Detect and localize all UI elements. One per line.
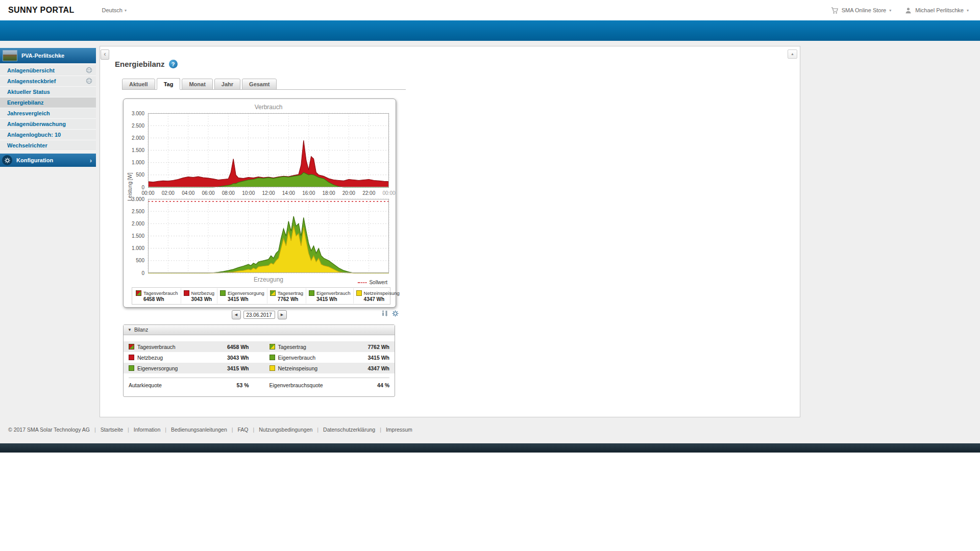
y-axis-label: Leistung [W]	[127, 172, 133, 201]
svg-text:22:00: 22:00	[362, 190, 375, 196]
sidebar-item-anlagenuebersicht[interactable]: Anlagenübersicht	[0, 65, 96, 76]
netzeinspeisung-swatch	[270, 365, 275, 371]
row-value: 3415 Wh	[368, 355, 389, 361]
tab-jahr[interactable]: Jahr	[214, 79, 240, 90]
tab-monat[interactable]: Monat	[182, 79, 212, 90]
legend-item-netzbezug: Netzbezug 3043 Wh	[181, 288, 217, 304]
svg-text:3.000: 3.000	[132, 196, 144, 202]
store-label: SMA Online Store	[842, 7, 886, 13]
svg-text:2.000: 2.000	[132, 221, 144, 227]
sidebar-item-energiebilanz[interactable]: Energiebilanz	[0, 97, 96, 108]
store-link[interactable]: SMA Online Store ▾	[831, 7, 891, 14]
eigenversorgung-swatch	[220, 290, 226, 296]
svg-text:500: 500	[136, 258, 144, 263]
page-title: Energiebilanz ?	[115, 60, 178, 68]
chevron-right-icon: ›	[90, 157, 92, 164]
date-input[interactable]	[243, 311, 275, 319]
footer-link-bedienungsanleitungen[interactable]: Bedienungsanleitungen	[171, 427, 227, 433]
energy-chart-panel: Verbrauch 05001.0001.5002.0002.5003.0000…	[123, 98, 396, 308]
legend-value: 4347 Wh	[364, 296, 400, 302]
legend-item-tagesverbrauch: Tagesverbrauch 6458 Wh	[133, 288, 181, 304]
bilanz-header[interactable]: ▼ Bilanz	[124, 325, 395, 335]
tagesverbrauch-swatch	[136, 290, 141, 296]
chart-export-icon[interactable]	[381, 310, 389, 317]
row-value: 53 %	[237, 382, 249, 388]
netzeinspeisung-swatch	[356, 290, 362, 296]
sidebar-item-aktueller-status[interactable]: Aktueller Status	[0, 87, 96, 97]
sidebar: PVA-Perlitschke Anlagenübersicht Anlagen…	[0, 48, 96, 167]
sidebar-item-label: Anlagenlogbuch: 10	[7, 132, 61, 138]
svg-text:20:00: 20:00	[342, 190, 355, 196]
sidebar-collapse-button[interactable]: ‹	[101, 49, 109, 60]
table-row: Netzbezug3043 Wh Eigenverbrauch3415 Wh	[124, 352, 395, 363]
sidebar-item-label: Anlagenüberwachung	[7, 121, 66, 127]
row-label: Eigenverbrauch	[278, 355, 316, 361]
svg-text:14:00: 14:00	[282, 190, 295, 196]
footer-link-nutzungsbedingungen[interactable]: Nutzungsbedingungen	[259, 427, 312, 433]
separator: |	[94, 427, 96, 433]
sidebar-item-label: Aktueller Status	[7, 89, 50, 95]
bilanz-panel: ▼ Bilanz Tagesverbrauch6458 Wh Tagesertr…	[123, 324, 395, 397]
row-value: 6458 Wh	[227, 344, 249, 350]
page-title-text: Energiebilanz	[115, 60, 165, 68]
sidebar-item-konfiguration[interactable]: Konfiguration ›	[0, 154, 96, 167]
sollwert-label: Sollwert	[369, 280, 387, 285]
scroll-to-top-button[interactable]: ▲	[788, 49, 797, 59]
sollwert-line-sample	[358, 282, 366, 283]
svg-text:06:00: 06:00	[202, 190, 214, 196]
plant-name: PVA-Perlitschke	[21, 53, 64, 59]
row-label: Netzbezug	[137, 355, 163, 361]
production-chart: 05001.0001.5002.0002.5003.000	[148, 199, 389, 273]
chevron-down-icon: ▾	[889, 8, 891, 13]
globe-icon	[86, 67, 92, 73]
legend-item-tagesertrag: Tagesertrag 7762 Wh	[267, 288, 306, 304]
sidebar-item-jahresvergleich[interactable]: Jahresvergleich	[0, 108, 96, 119]
footer-link-impressum[interactable]: Impressum	[386, 427, 412, 433]
legend-value: 6458 Wh	[143, 296, 178, 302]
legend-value: 7762 Wh	[278, 296, 303, 302]
row-label: Eigenversorgung	[137, 365, 178, 371]
legend-value: 3415 Wh	[228, 296, 264, 302]
sidebar-item-anlagenlogbuch[interactable]: Anlagenlogbuch: 10	[0, 130, 96, 140]
svg-text:18:00: 18:00	[322, 190, 335, 196]
svg-text:00:00: 00:00	[141, 190, 154, 196]
row-label: Tagesverbrauch	[137, 344, 176, 350]
user-menu[interactable]: Michael Perlitschke ▾	[904, 7, 969, 14]
date-navigation: ◀ ▶	[123, 310, 395, 319]
previous-day-button[interactable]: ◀	[232, 310, 241, 319]
svg-text:04:00: 04:00	[182, 190, 194, 196]
sidebar-item-anlagensteckbrief[interactable]: Anlagensteckbrief	[0, 76, 96, 87]
tab-tag[interactable]: Tag	[157, 78, 181, 90]
svg-text:3.000: 3.000	[132, 111, 144, 116]
globe-icon	[86, 78, 92, 84]
tab-gesamt[interactable]: Gesamt	[242, 79, 277, 90]
sidebar-item-wechselrichter[interactable]: Wechselrichter	[0, 140, 96, 151]
svg-text:2.500: 2.500	[132, 209, 144, 214]
bilanz-body: Tagesverbrauch6458 Wh Tagesertrag7762 Wh…	[124, 335, 395, 396]
footer-link-startseite[interactable]: Startseite	[101, 427, 123, 433]
user-icon	[904, 7, 912, 14]
next-day-button[interactable]: ▶	[278, 310, 287, 319]
legend-item-eigenverbrauch: Eigenverbrauch 3415 Wh	[306, 288, 353, 304]
footer-link-datenschutzerklaerung[interactable]: Datenschutzerklärung	[323, 427, 375, 433]
chart-settings-icon[interactable]	[391, 310, 399, 317]
row-value: 7762 Wh	[368, 344, 389, 350]
separator: |	[128, 427, 129, 433]
konfiguration-label: Konfiguration	[16, 157, 53, 163]
sidebar-item-anlagenueberwachung[interactable]: Anlagenüberwachung	[0, 119, 96, 130]
footer-link-faq[interactable]: FAQ	[237, 427, 248, 433]
footer: © 2017 SMA Solar Technology AG |Startsei…	[8, 427, 412, 433]
svg-text:08:00: 08:00	[222, 190, 235, 196]
row-label: Netzeinspeisung	[278, 365, 318, 371]
tagesverbrauch-swatch	[129, 344, 134, 349]
footer-link-information[interactable]: Information	[134, 427, 161, 433]
help-icon[interactable]: ?	[169, 60, 178, 68]
user-name: Michael Perlitschke	[915, 7, 964, 13]
tab-aktuell[interactable]: Aktuell	[122, 79, 155, 90]
row-label: Tagesertrag	[278, 344, 306, 350]
sidebar-plant-header[interactable]: PVA-Perlitschke	[0, 48, 96, 63]
legend-item-eigenversorgung: Eigenversorgung 3415 Wh	[217, 288, 267, 304]
table-row: Tagesverbrauch6458 Wh Tagesertrag7762 Wh	[124, 341, 395, 352]
language-selector[interactable]: Deutsch ▾	[102, 7, 127, 13]
row-value: 3043 Wh	[227, 355, 249, 361]
